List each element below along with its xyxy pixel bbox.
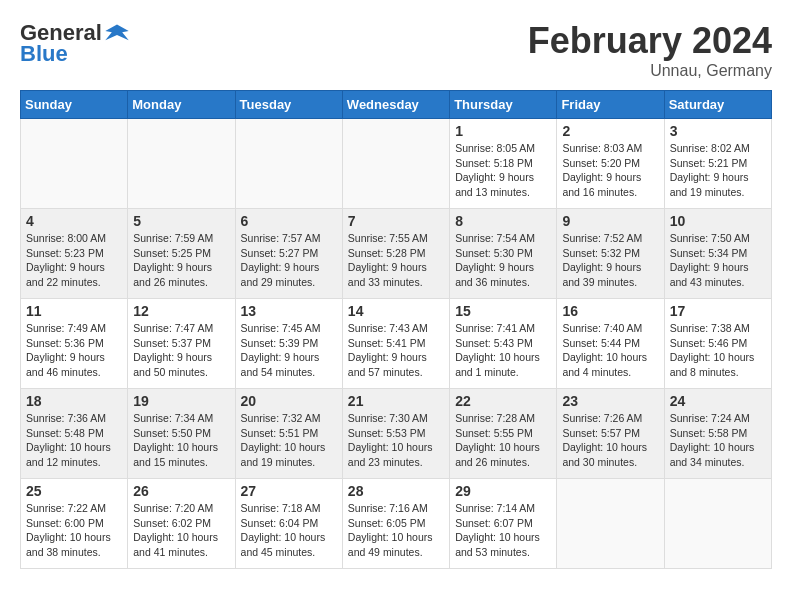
- day-number: 26: [133, 483, 229, 499]
- calendar-day-cell: 8Sunrise: 7:54 AM Sunset: 5:30 PM Daylig…: [450, 209, 557, 299]
- calendar-day-cell: [664, 479, 771, 569]
- calendar-header-monday: Monday: [128, 91, 235, 119]
- day-number: 23: [562, 393, 658, 409]
- day-info: Sunrise: 7:34 AM Sunset: 5:50 PM Dayligh…: [133, 411, 229, 470]
- calendar-day-cell: 20Sunrise: 7:32 AM Sunset: 5:51 PM Dayli…: [235, 389, 342, 479]
- day-number: 19: [133, 393, 229, 409]
- day-number: 12: [133, 303, 229, 319]
- calendar-day-cell: 12Sunrise: 7:47 AM Sunset: 5:37 PM Dayli…: [128, 299, 235, 389]
- calendar-day-cell: 5Sunrise: 7:59 AM Sunset: 5:25 PM Daylig…: [128, 209, 235, 299]
- calendar-day-cell: 23Sunrise: 7:26 AM Sunset: 5:57 PM Dayli…: [557, 389, 664, 479]
- calendar-header-saturday: Saturday: [664, 91, 771, 119]
- calendar-day-cell: 3Sunrise: 8:02 AM Sunset: 5:21 PM Daylig…: [664, 119, 771, 209]
- day-info: Sunrise: 7:50 AM Sunset: 5:34 PM Dayligh…: [670, 231, 766, 290]
- day-number: 1: [455, 123, 551, 139]
- calendar-week-row: 4Sunrise: 8:00 AM Sunset: 5:23 PM Daylig…: [21, 209, 772, 299]
- day-info: Sunrise: 8:02 AM Sunset: 5:21 PM Dayligh…: [670, 141, 766, 200]
- calendar-header-sunday: Sunday: [21, 91, 128, 119]
- calendar-day-cell: 4Sunrise: 8:00 AM Sunset: 5:23 PM Daylig…: [21, 209, 128, 299]
- calendar-day-cell: 9Sunrise: 7:52 AM Sunset: 5:32 PM Daylig…: [557, 209, 664, 299]
- calendar-day-cell: 22Sunrise: 7:28 AM Sunset: 5:55 PM Dayli…: [450, 389, 557, 479]
- title-area: February 2024 Unnau, Germany: [528, 20, 772, 80]
- day-info: Sunrise: 7:22 AM Sunset: 6:00 PM Dayligh…: [26, 501, 122, 560]
- day-number: 16: [562, 303, 658, 319]
- calendar-day-cell: 27Sunrise: 7:18 AM Sunset: 6:04 PM Dayli…: [235, 479, 342, 569]
- calendar-day-cell: 18Sunrise: 7:36 AM Sunset: 5:48 PM Dayli…: [21, 389, 128, 479]
- day-info: Sunrise: 7:49 AM Sunset: 5:36 PM Dayligh…: [26, 321, 122, 380]
- calendar-header-wednesday: Wednesday: [342, 91, 449, 119]
- calendar-day-cell: 7Sunrise: 7:55 AM Sunset: 5:28 PM Daylig…: [342, 209, 449, 299]
- day-number: 6: [241, 213, 337, 229]
- calendar-day-cell: 16Sunrise: 7:40 AM Sunset: 5:44 PM Dayli…: [557, 299, 664, 389]
- day-info: Sunrise: 7:16 AM Sunset: 6:05 PM Dayligh…: [348, 501, 444, 560]
- calendar-day-cell: 11Sunrise: 7:49 AM Sunset: 5:36 PM Dayli…: [21, 299, 128, 389]
- day-number: 21: [348, 393, 444, 409]
- calendar-week-row: 18Sunrise: 7:36 AM Sunset: 5:48 PM Dayli…: [21, 389, 772, 479]
- calendar-day-cell: 28Sunrise: 7:16 AM Sunset: 6:05 PM Dayli…: [342, 479, 449, 569]
- day-info: Sunrise: 7:59 AM Sunset: 5:25 PM Dayligh…: [133, 231, 229, 290]
- day-info: Sunrise: 7:26 AM Sunset: 5:57 PM Dayligh…: [562, 411, 658, 470]
- calendar-header-thursday: Thursday: [450, 91, 557, 119]
- day-info: Sunrise: 7:20 AM Sunset: 6:02 PM Dayligh…: [133, 501, 229, 560]
- calendar-day-cell: 26Sunrise: 7:20 AM Sunset: 6:02 PM Dayli…: [128, 479, 235, 569]
- day-number: 7: [348, 213, 444, 229]
- calendar-week-row: 25Sunrise: 7:22 AM Sunset: 6:00 PM Dayli…: [21, 479, 772, 569]
- day-info: Sunrise: 7:30 AM Sunset: 5:53 PM Dayligh…: [348, 411, 444, 470]
- header: General Blue February 2024 Unnau, German…: [20, 20, 772, 80]
- day-info: Sunrise: 7:28 AM Sunset: 5:55 PM Dayligh…: [455, 411, 551, 470]
- day-number: 28: [348, 483, 444, 499]
- calendar-day-cell: 2Sunrise: 8:03 AM Sunset: 5:20 PM Daylig…: [557, 119, 664, 209]
- calendar-day-cell: 21Sunrise: 7:30 AM Sunset: 5:53 PM Dayli…: [342, 389, 449, 479]
- day-number: 22: [455, 393, 551, 409]
- calendar-header-tuesday: Tuesday: [235, 91, 342, 119]
- calendar-header-row: SundayMondayTuesdayWednesdayThursdayFrid…: [21, 91, 772, 119]
- day-info: Sunrise: 7:47 AM Sunset: 5:37 PM Dayligh…: [133, 321, 229, 380]
- day-info: Sunrise: 7:40 AM Sunset: 5:44 PM Dayligh…: [562, 321, 658, 380]
- calendar-header-friday: Friday: [557, 91, 664, 119]
- day-number: 20: [241, 393, 337, 409]
- logo: General Blue: [20, 20, 130, 66]
- day-number: 5: [133, 213, 229, 229]
- day-number: 14: [348, 303, 444, 319]
- day-info: Sunrise: 7:14 AM Sunset: 6:07 PM Dayligh…: [455, 501, 551, 560]
- calendar-day-cell: 17Sunrise: 7:38 AM Sunset: 5:46 PM Dayli…: [664, 299, 771, 389]
- calendar-day-cell: 15Sunrise: 7:41 AM Sunset: 5:43 PM Dayli…: [450, 299, 557, 389]
- day-info: Sunrise: 7:55 AM Sunset: 5:28 PM Dayligh…: [348, 231, 444, 290]
- day-info: Sunrise: 7:32 AM Sunset: 5:51 PM Dayligh…: [241, 411, 337, 470]
- day-info: Sunrise: 7:38 AM Sunset: 5:46 PM Dayligh…: [670, 321, 766, 380]
- calendar-week-row: 11Sunrise: 7:49 AM Sunset: 5:36 PM Dayli…: [21, 299, 772, 389]
- calendar-day-cell: [557, 479, 664, 569]
- calendar-day-cell: [128, 119, 235, 209]
- logo-wordmark: General Blue: [20, 20, 130, 66]
- day-number: 24: [670, 393, 766, 409]
- day-number: 29: [455, 483, 551, 499]
- day-info: Sunrise: 8:00 AM Sunset: 5:23 PM Dayligh…: [26, 231, 122, 290]
- day-number: 2: [562, 123, 658, 139]
- day-info: Sunrise: 7:41 AM Sunset: 5:43 PM Dayligh…: [455, 321, 551, 380]
- calendar-day-cell: 24Sunrise: 7:24 AM Sunset: 5:58 PM Dayli…: [664, 389, 771, 479]
- day-info: Sunrise: 7:54 AM Sunset: 5:30 PM Dayligh…: [455, 231, 551, 290]
- day-number: 9: [562, 213, 658, 229]
- day-number: 15: [455, 303, 551, 319]
- day-number: 8: [455, 213, 551, 229]
- day-number: 13: [241, 303, 337, 319]
- calendar-day-cell: [235, 119, 342, 209]
- day-info: Sunrise: 8:05 AM Sunset: 5:18 PM Dayligh…: [455, 141, 551, 200]
- calendar-day-cell: 19Sunrise: 7:34 AM Sunset: 5:50 PM Dayli…: [128, 389, 235, 479]
- day-info: Sunrise: 7:43 AM Sunset: 5:41 PM Dayligh…: [348, 321, 444, 380]
- calendar-day-cell: 14Sunrise: 7:43 AM Sunset: 5:41 PM Dayli…: [342, 299, 449, 389]
- location: Unnau, Germany: [528, 62, 772, 80]
- day-number: 11: [26, 303, 122, 319]
- day-number: 10: [670, 213, 766, 229]
- calendar-day-cell: 25Sunrise: 7:22 AM Sunset: 6:00 PM Dayli…: [21, 479, 128, 569]
- day-number: 3: [670, 123, 766, 139]
- logo-bird-icon: [104, 20, 130, 46]
- day-number: 27: [241, 483, 337, 499]
- day-info: Sunrise: 7:24 AM Sunset: 5:58 PM Dayligh…: [670, 411, 766, 470]
- day-number: 4: [26, 213, 122, 229]
- day-number: 25: [26, 483, 122, 499]
- day-info: Sunrise: 7:36 AM Sunset: 5:48 PM Dayligh…: [26, 411, 122, 470]
- calendar-day-cell: 10Sunrise: 7:50 AM Sunset: 5:34 PM Dayli…: [664, 209, 771, 299]
- day-info: Sunrise: 7:18 AM Sunset: 6:04 PM Dayligh…: [241, 501, 337, 560]
- calendar-day-cell: 1Sunrise: 8:05 AM Sunset: 5:18 PM Daylig…: [450, 119, 557, 209]
